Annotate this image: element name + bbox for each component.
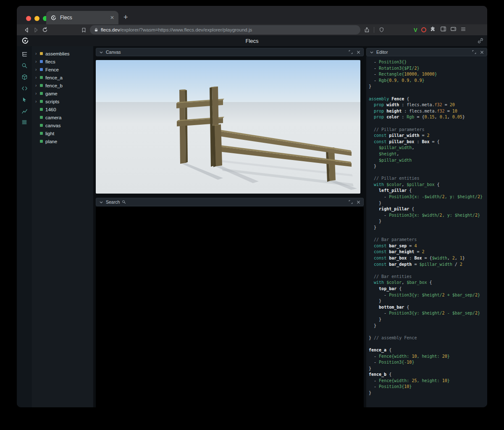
tree-item-plane[interactable]: plane bbox=[32, 137, 93, 145]
canvas-panel-header: Canvas bbox=[96, 48, 364, 56]
code-line: fence_b { bbox=[369, 372, 487, 378]
page-header: Flecs bbox=[17, 35, 487, 46]
entity-kind-square bbox=[40, 132, 43, 135]
search-panel-title: Search bbox=[106, 199, 120, 205]
tree-item-game[interactable]: ›game bbox=[32, 89, 93, 97]
expand-panel-icon[interactable] bbox=[472, 50, 476, 54]
code-line: const bar_box : Box = {$width, 2, 1} bbox=[369, 255, 487, 262]
tree-item-assemblies[interactable]: ›assemblies bbox=[32, 50, 93, 58]
bookmark-icon[interactable] bbox=[79, 25, 88, 34]
center-column: Canvas bbox=[96, 46, 364, 407]
expand-panel-icon[interactable] bbox=[349, 200, 353, 204]
expander-chevron-icon: › bbox=[35, 52, 39, 56]
code-line bbox=[369, 121, 487, 127]
code-tool-icon[interactable] bbox=[21, 84, 28, 92]
expand-panel-icon[interactable] bbox=[349, 50, 353, 54]
entity-label: light bbox=[45, 131, 54, 136]
code-line: - Fence{width: 10, height: 20} bbox=[369, 354, 487, 360]
search-icon bbox=[122, 200, 126, 204]
search-results-area[interactable] bbox=[96, 207, 364, 407]
brave-shield-icon[interactable] bbox=[377, 25, 386, 34]
code-line bbox=[369, 267, 487, 274]
code-line bbox=[369, 329, 487, 335]
page-title: Flecs bbox=[17, 38, 487, 44]
close-window-button[interactable] bbox=[26, 16, 31, 21]
fence-render bbox=[96, 60, 360, 194]
entity-kind-square bbox=[40, 84, 43, 87]
tree-item-fence_b[interactable]: ›fence_b bbox=[32, 81, 93, 89]
menu-icon[interactable] bbox=[460, 26, 466, 34]
link-icon[interactable] bbox=[477, 37, 484, 46]
code-line: // Bar parameters bbox=[369, 237, 487, 243]
search-tool-icon[interactable] bbox=[21, 62, 28, 69]
code-line: } bbox=[369, 317, 487, 323]
inspect-cursor-icon[interactable] bbox=[21, 96, 28, 103]
code-line: // Pillar parameters bbox=[369, 127, 487, 133]
back-button[interactable] bbox=[22, 25, 31, 34]
tab-close-icon[interactable]: ✕ bbox=[110, 15, 114, 21]
url-bar[interactable]: flecs.dev/explorer/?wasm=https://www.fle… bbox=[90, 25, 360, 34]
code-line: right_pillar { bbox=[369, 206, 487, 212]
browser-window: Flecs ✕ + flecs.dev/explorer/?wasm=https… bbox=[17, 6, 487, 407]
code-line: - Fence{width: 25, height: 10} bbox=[369, 378, 487, 384]
new-tab-button[interactable]: + bbox=[123, 13, 128, 22]
code-line: } bbox=[369, 218, 487, 225]
extension-record-icon[interactable] bbox=[421, 27, 426, 32]
code-line: - Rectangle{10000, 10000} bbox=[369, 71, 487, 78]
code-line: - Position3{} bbox=[369, 59, 487, 66]
tree-item-camera[interactable]: camera bbox=[32, 113, 93, 121]
chevron-down-icon[interactable] bbox=[370, 50, 374, 54]
toolbar-divider bbox=[374, 27, 374, 33]
tree-item-fence_a[interactable]: ›fence_a bbox=[32, 73, 93, 81]
reload-button[interactable] bbox=[40, 25, 50, 34]
entity-kind-square bbox=[40, 108, 43, 111]
entities-cube-icon[interactable] bbox=[21, 73, 28, 81]
close-panel-icon[interactable] bbox=[357, 50, 360, 54]
code-line: } bbox=[369, 298, 487, 304]
entity-tree-icon[interactable] bbox=[21, 50, 28, 58]
code-line: $pillar_width bbox=[369, 157, 487, 164]
code-line: - Position3{y: $height/2 - $bar_sep/2} bbox=[369, 310, 487, 317]
entity-kind-square bbox=[40, 52, 43, 55]
close-panel-icon[interactable] bbox=[480, 50, 484, 54]
tree-item-light[interactable]: light bbox=[32, 129, 93, 137]
minimize-window-button[interactable] bbox=[34, 16, 39, 21]
code-area[interactable]: - Position3{} - Rotation3{$PI/2} - Recta… bbox=[366, 56, 487, 407]
chevron-down-icon[interactable] bbox=[99, 200, 103, 204]
extensions-puzzle-icon[interactable] bbox=[430, 26, 436, 34]
code-line: - Rgb{0.9, 0.9, 0.9} bbox=[369, 78, 487, 84]
tree-item-canvas[interactable]: canvas bbox=[32, 121, 93, 129]
extension-v-icon[interactable]: V bbox=[414, 27, 417, 33]
canvas-3d-viewport[interactable] bbox=[96, 60, 360, 194]
tree-item-flecs[interactable]: ›flecs bbox=[32, 58, 93, 66]
tree-item-Fence[interactable]: ›Fence bbox=[32, 66, 93, 73]
chevron-down-icon[interactable] bbox=[99, 50, 103, 54]
close-panel-icon[interactable] bbox=[357, 200, 360, 204]
code-line: const pillar_box : Box = { bbox=[369, 139, 487, 145]
code-line: } bbox=[369, 323, 487, 329]
tree-item-scripts[interactable]: ›scripts bbox=[32, 97, 93, 105]
canvas-panel-title: Canvas bbox=[106, 50, 121, 55]
expander-chevron-icon: › bbox=[35, 100, 39, 104]
code-line: const bar_depth = $pillar_width / 2 bbox=[369, 262, 487, 268]
sidebar-panel-icon[interactable] bbox=[440, 26, 446, 34]
entity-tree: ›assemblies›flecs›Fence›fence_a›fence_b›… bbox=[32, 46, 93, 407]
wallet-icon[interactable] bbox=[450, 26, 457, 34]
log-rows-icon[interactable] bbox=[21, 118, 28, 126]
share-icon[interactable] bbox=[362, 25, 371, 34]
code-line: - Rotation3{$PI/2} bbox=[369, 66, 487, 72]
entity-label: camera bbox=[45, 115, 61, 120]
forward-button[interactable] bbox=[31, 25, 40, 34]
code-line: - Position3{y: $height/2 + $bar_sep/2} bbox=[369, 292, 487, 299]
entity-label: canvas bbox=[45, 123, 60, 128]
code-line bbox=[369, 170, 487, 176]
code-line: } bbox=[369, 390, 487, 396]
expander-chevron-icon: › bbox=[35, 68, 39, 72]
browser-toolbar: flecs.dev/explorer/?wasm=https://www.fle… bbox=[17, 24, 487, 35]
entity-kind-square bbox=[40, 76, 43, 79]
url-path: /explorer/?wasm=https://www.flecs.dev/ex… bbox=[120, 27, 252, 32]
code-line: } bbox=[369, 225, 487, 231]
browser-tab[interactable]: Flecs ✕ bbox=[46, 11, 118, 24]
tree-item-1460[interactable]: 1460 bbox=[32, 105, 93, 113]
stats-chart-icon[interactable] bbox=[21, 107, 28, 115]
